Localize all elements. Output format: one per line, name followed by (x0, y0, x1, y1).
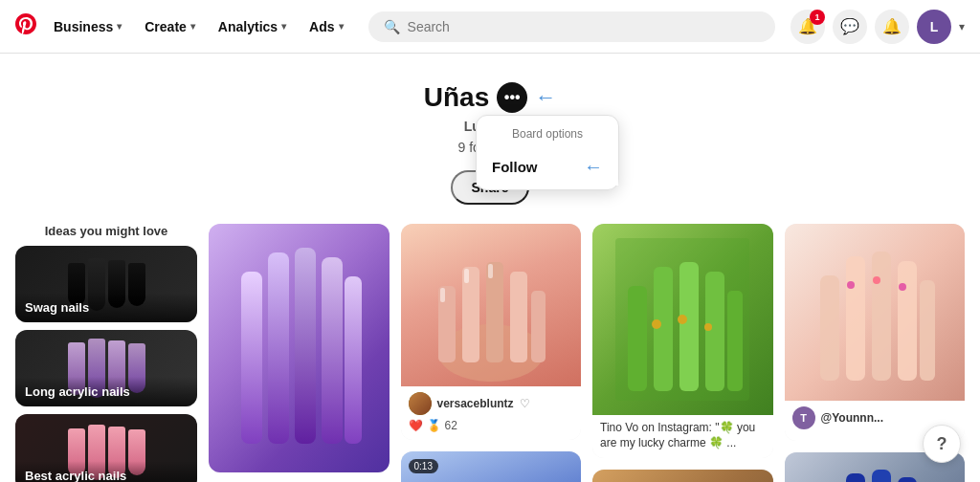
svg-rect-31 (679, 262, 699, 391)
svg-rect-3 (322, 257, 343, 444)
pink-nails-svg (419, 229, 563, 382)
pin-brown-nails[interactable] (592, 470, 773, 482)
follow-button[interactable]: Follow ← (477, 148, 618, 186)
svg-rect-52 (872, 470, 891, 483)
search-container: 🔍 (368, 11, 775, 42)
account-chevron[interactable]: ▾ (959, 20, 965, 33)
pin-text-green: Tino Vo on Instagram: "🍀 you are my luck… (600, 421, 766, 450)
search-bar[interactable]: 🔍 (368, 11, 775, 42)
dropdown-label: Board options (477, 120, 618, 148)
pink-clear-nails-svg (803, 228, 947, 398)
svg-rect-45 (898, 261, 917, 381)
pin-author-name-3: @Younnn... (821, 411, 883, 425)
svg-rect-14 (510, 272, 527, 362)
svg-rect-33 (727, 291, 743, 391)
pin-avatar-3: T (792, 406, 815, 429)
pin-column-2: versacebluntz ♡ ❤️ 🏅 62 0:13 (401, 224, 582, 482)
svg-rect-46 (920, 280, 935, 381)
pin-count: 62 (445, 419, 457, 432)
account-avatar[interactable]: L (917, 10, 951, 44)
pin-purple-long[interactable] (209, 224, 390, 472)
dropdown-arrow-icon: ← (584, 156, 603, 178)
brown-nails-svg (611, 474, 754, 482)
svg-point-47 (847, 281, 855, 289)
chevron-down-icon: ▾ (190, 21, 195, 32)
chevron-down-icon: ▾ (281, 21, 286, 32)
purple-nails-svg (232, 233, 366, 463)
pin-heart-icon: ♡ (520, 397, 530, 410)
pin-pink-hand[interactable]: versacebluntz ♡ ❤️ 🏅 62 (401, 224, 582, 440)
svg-rect-2 (295, 248, 316, 444)
pin-info-pink: versacebluntz ♡ ❤️ 🏅 62 (401, 386, 582, 440)
pin-blue-video[interactable]: 0:13 (401, 451, 582, 482)
suggestion-label-long: Long acrylic nails (15, 377, 197, 406)
board-options-dropdown: Board options Follow ← (476, 115, 619, 190)
header: Business ▾ Create ▾ Analytics ▾ Ads ▾ 🔍 … (0, 0, 980, 54)
main-content: Uñas ••• ← Board options Follow ← Luisen… (0, 54, 980, 482)
pinterest-logo[interactable] (15, 13, 36, 40)
svg-rect-18 (488, 264, 493, 278)
nav-create[interactable]: Create ▾ (135, 13, 205, 40)
svg-point-34 (652, 319, 661, 329)
nav-business[interactable]: Business ▾ (44, 13, 131, 40)
svg-rect-53 (898, 477, 917, 483)
suggestion-label-best: Best acrylic nails (15, 461, 197, 482)
chevron-down-icon: ▾ (339, 21, 344, 32)
svg-point-35 (678, 315, 687, 324)
navy-nails-svg: KC (803, 456, 947, 483)
arrow-indicator: ← (535, 85, 556, 110)
svg-rect-1 (268, 252, 289, 444)
svg-rect-0 (241, 272, 262, 444)
pins-container: Ideas you might love Swag nails Long (0, 205, 980, 482)
svg-rect-32 (705, 272, 724, 391)
main-nav: Business ▾ Create ▾ Analytics ▾ Ads ▾ (44, 13, 353, 40)
green-nails-svg (611, 229, 754, 410)
pin-green-nails[interactable]: Tino Vo on Instagram: "🍀 you are my luck… (592, 224, 773, 458)
pin-info-green: Tino Vo on Instagram: "🍀 you are my luck… (592, 415, 773, 458)
svg-rect-15 (531, 291, 546, 362)
chevron-down-icon: ▾ (117, 21, 122, 32)
pins-grid: versacebluntz ♡ ❤️ 🏅 62 0:13 (209, 224, 965, 482)
pin-pink-clear[interactable]: T @Younnn... (785, 224, 966, 441)
pin-author-name: versacebluntz (437, 397, 514, 410)
search-input[interactable] (408, 19, 760, 34)
board-header: Uñas ••• ← Board options Follow ← Luisen… (0, 73, 980, 205)
board-title-row: Uñas ••• ← (19, 82, 961, 113)
header-actions: 🔔 1 💬 🔔 L ▾ (791, 10, 965, 44)
svg-rect-29 (628, 286, 647, 391)
messages-button[interactable]: 💬 (833, 10, 867, 44)
svg-rect-17 (464, 269, 469, 283)
board-more-button[interactable]: ••• (497, 82, 527, 113)
suggestion-best[interactable]: Best acrylic nails (15, 414, 197, 482)
svg-point-48 (873, 276, 880, 284)
board-title: Uñas (424, 82, 489, 113)
video-duration-badge: 0:13 (409, 459, 438, 473)
pin-avatar (409, 392, 432, 415)
suggestion-long[interactable]: Long acrylic nails (15, 330, 197, 406)
svg-rect-16 (440, 288, 445, 302)
suggestion-swag[interactable]: Swag nails (15, 246, 197, 322)
notification-badge: 1 (810, 10, 825, 25)
bell-button[interactable]: 🔔 (875, 10, 909, 44)
nav-analytics[interactable]: Analytics ▾ (209, 13, 296, 40)
svg-rect-44 (872, 252, 891, 381)
medal-emoji: 🏅 (427, 419, 441, 432)
suggestions-sidebar: Ideas you might love Swag nails Long (15, 224, 197, 482)
pin-column-1 (209, 224, 390, 482)
svg-point-49 (899, 283, 906, 291)
heart-emoji: ❤️ (409, 419, 423, 432)
pin-column-3: Tino Vo on Instagram: "🍀 you are my luck… (592, 224, 773, 482)
svg-rect-51 (846, 473, 865, 483)
svg-rect-42 (820, 275, 839, 381)
suggestion-label-swag: Swag nails (15, 293, 197, 322)
suggestions-title: Ideas you might love (15, 224, 197, 238)
pin-author-row: versacebluntz ♡ (409, 392, 574, 415)
blue-nails-svg (419, 454, 563, 483)
pin-reactions: ❤️ 🏅 62 (409, 419, 574, 432)
svg-point-36 (704, 323, 712, 331)
notifications-button[interactable]: 🔔 1 (791, 10, 825, 44)
svg-rect-4 (345, 276, 362, 444)
nav-ads[interactable]: Ads ▾ (300, 13, 352, 40)
help-button[interactable]: ? (923, 425, 961, 463)
svg-rect-43 (846, 256, 865, 381)
